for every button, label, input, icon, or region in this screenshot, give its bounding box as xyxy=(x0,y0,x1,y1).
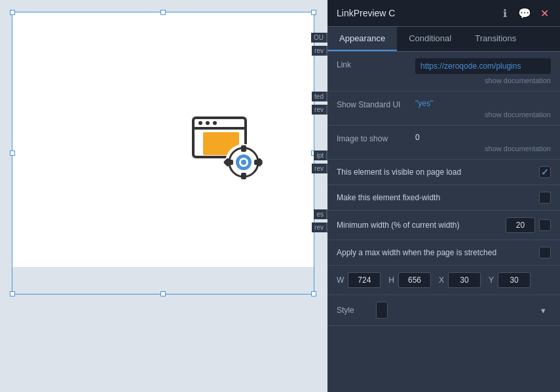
style-select[interactable] xyxy=(376,302,388,319)
h-input[interactable] xyxy=(398,272,431,288)
panel-icons: ℹ 💬 ✕ xyxy=(498,7,551,20)
edge-label-4: rev xyxy=(312,105,327,115)
show-standard-ui-value-container: "yes" show documentation xyxy=(415,98,551,118)
svg-point-4 xyxy=(213,121,217,125)
chat-icon-button[interactable]: 💬 xyxy=(518,7,531,20)
x-label: X xyxy=(439,276,444,285)
edge-label-6: rev xyxy=(312,164,327,173)
panel-header: LinkPreview C ℹ 💬 ✕ xyxy=(327,0,560,27)
tabs-container: Appearance Conditional Transitions xyxy=(327,27,560,52)
svg-rect-8 xyxy=(241,145,246,152)
handle-bottom-middle[interactable] xyxy=(160,291,166,296)
show-standard-ui-label: Show Standard UI xyxy=(337,98,415,109)
max-width-row: Apply a max width when the page is stret… xyxy=(327,240,560,266)
x-input[interactable] xyxy=(448,272,481,288)
edge-label-5: ipt xyxy=(314,151,327,160)
link-show-docs[interactable]: show documentation xyxy=(415,77,551,84)
visible-on-load-row: This element is visible on page load ✓ xyxy=(327,160,560,185)
image-to-show-label: Image to show xyxy=(337,132,415,143)
show-standard-ui-docs[interactable]: show documentation xyxy=(415,111,551,118)
dimensions-row: W H X Y xyxy=(327,266,560,295)
visible-on-load-checkbox[interactable]: ✓ xyxy=(539,166,551,178)
min-width-checkbox[interactable] xyxy=(539,219,551,231)
fixed-width-row: Make this element fixed-width xyxy=(327,185,560,211)
min-width-row: Minimum width (% of current width) xyxy=(327,211,560,240)
link-label: Link xyxy=(337,58,415,69)
canvas-area xyxy=(0,0,327,392)
svg-rect-9 xyxy=(241,173,246,179)
max-width-label: Apply a max width when the page is stret… xyxy=(337,248,539,257)
tab-transitions[interactable]: Transitions xyxy=(463,27,528,51)
style-label: Style xyxy=(337,306,376,315)
close-icon-button[interactable]: ✕ xyxy=(538,7,551,20)
fixed-width-label: Make this element fixed-width xyxy=(337,193,539,202)
image-to-show-value-container: 0 show documentation xyxy=(415,132,551,152)
panel-title: LinkPreview C xyxy=(337,8,395,18)
edge-label-2: rev xyxy=(312,46,327,56)
link-value[interactable]: https://zeroqode.com/plugins xyxy=(415,58,551,74)
edge-label-8: rev xyxy=(312,223,327,232)
svg-point-2 xyxy=(198,121,202,125)
visible-on-load-label: This element is visible on page load xyxy=(337,168,539,177)
info-icon-button[interactable]: ℹ xyxy=(498,7,512,20)
plugin-icon xyxy=(190,111,275,196)
right-panel: LinkPreview C ℹ 💬 ✕ Appearance Condition… xyxy=(327,0,560,392)
link-property-row: Link https://zeroqode.com/plugins show d… xyxy=(327,52,560,92)
image-to-show-docs[interactable]: show documentation xyxy=(415,145,551,152)
tab-appearance[interactable]: Appearance xyxy=(327,27,397,51)
y-label: Y xyxy=(489,276,494,285)
y-input[interactable] xyxy=(498,272,531,288)
fixed-width-checkbox[interactable] xyxy=(539,192,551,204)
tab-conditional[interactable]: Conditional xyxy=(397,27,463,51)
style-select-wrapper xyxy=(376,302,551,319)
w-input[interactable] xyxy=(348,272,381,288)
max-width-checkbox[interactable] xyxy=(539,247,551,258)
edge-label-7: es xyxy=(314,209,327,219)
image-to-show-row: Image to show 0 show documentation xyxy=(327,126,560,160)
checkmark-icon: ✓ xyxy=(541,167,549,177)
handle-bottom-right[interactable] xyxy=(311,291,316,296)
handle-bottom-left[interactable] xyxy=(10,291,15,296)
min-width-input[interactable] xyxy=(506,217,535,233)
h-label: H xyxy=(388,276,394,285)
svg-point-3 xyxy=(206,121,210,125)
svg-point-18 xyxy=(241,160,246,165)
panel-content: Link https://zeroqode.com/plugins show d… xyxy=(327,52,560,392)
image-to-show-value: 0 xyxy=(415,133,420,142)
edge-label-1: OU xyxy=(311,33,327,43)
min-width-label: Minimum width (% of current width) xyxy=(337,221,506,230)
show-standard-ui-row: Show Standard UI "yes" show documentatio… xyxy=(327,92,560,126)
w-label: W xyxy=(337,276,344,285)
link-value-container: https://zeroqode.com/plugins show docume… xyxy=(415,58,551,84)
edge-label-3: ted xyxy=(312,92,327,101)
style-row: Style xyxy=(327,295,560,326)
show-standard-ui-value: "yes" xyxy=(415,99,433,108)
